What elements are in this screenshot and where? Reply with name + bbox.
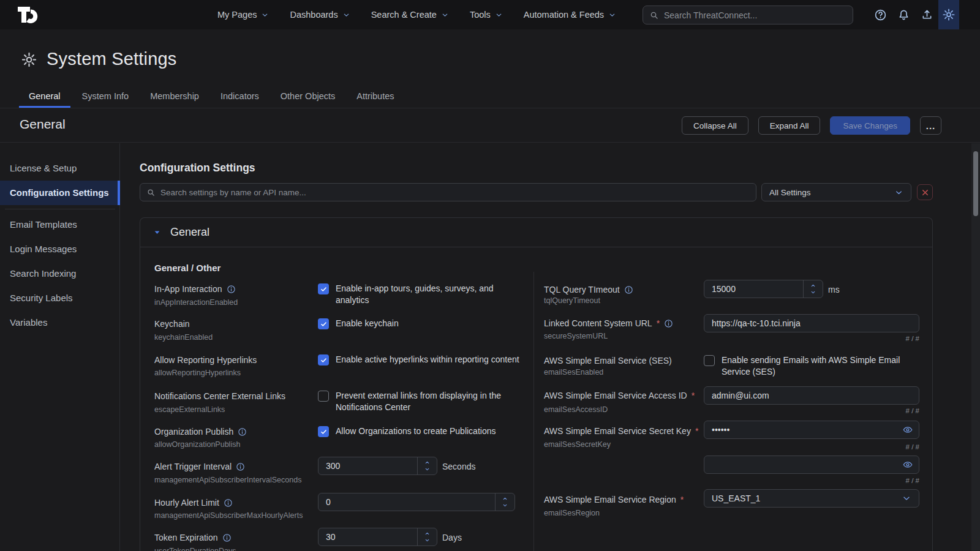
number-input[interactable] (318, 493, 495, 511)
setting-label: AWS Simple Email Service Access ID (544, 391, 695, 400)
scrollbar-thumb[interactable] (973, 151, 978, 216)
setting-label: Organization Publish (154, 427, 247, 437)
nav-menus: My Pages Dashboards Search & Create Tool… (217, 0, 616, 29)
share-upload-icon[interactable] (915, 0, 938, 29)
settings-filter-select[interactable]: All Settings (761, 183, 911, 201)
nav-icon-group (869, 0, 959, 29)
page-title: System Settings (47, 49, 177, 69)
search-icon (146, 188, 156, 197)
collapse-all-button[interactable]: Collapse All (682, 116, 748, 135)
save-changes-button[interactable]: Save Changes (830, 116, 910, 135)
sidebar-item-login-messages[interactable]: Login Messages (0, 237, 120, 261)
char-count: # / # (704, 443, 919, 451)
number-input[interactable] (704, 280, 803, 298)
setting-label: AWS Simple Email Service Region (544, 495, 684, 504)
chevron-down-icon (342, 11, 350, 19)
sidebar-item-license-setup[interactable]: License & Setup (0, 156, 120, 181)
section-title: General (20, 117, 66, 132)
required-asterisk (657, 318, 660, 328)
stepper-down-icon (423, 466, 431, 473)
stepper-down-icon (809, 289, 817, 296)
global-search-input[interactable] (664, 10, 846, 20)
threatconnect-logo[interactable] (17, 6, 40, 26)
accordion-header[interactable]: General (140, 218, 932, 247)
eye-icon[interactable] (902, 424, 913, 435)
more-options-button[interactable]: ... (920, 116, 941, 135)
setting-api-name: managementApiSubscriberIntervalSeconds (154, 476, 301, 484)
stepper-up-icon (809, 282, 817, 289)
secret-key-confirm-input[interactable] (704, 456, 902, 473)
eye-icon[interactable] (902, 459, 913, 470)
checkbox-row: Allow Organizations to create Publicatio… (318, 425, 519, 437)
tab-other-objects[interactable]: Other Objects (271, 86, 345, 108)
checkbox-row: Prevent external links from displaying i… (318, 390, 507, 413)
column-divider (533, 272, 534, 551)
expand-all-button[interactable]: Expand All (758, 116, 821, 135)
info-icon[interactable] (236, 462, 245, 471)
access-id-input[interactable] (704, 387, 919, 404)
secret-key-input[interactable] (704, 421, 902, 438)
notifications-bell-icon[interactable] (892, 0, 915, 29)
tab-general[interactable]: General (19, 86, 70, 108)
accordion-title: General (170, 226, 209, 239)
number-input[interactable] (318, 528, 417, 545)
tab-indicators[interactable]: Indicators (211, 86, 269, 108)
scrollbar-track[interactable] (971, 143, 980, 551)
checkbox-checked[interactable] (318, 426, 329, 437)
nav-menu-my-pages[interactable]: My Pages (217, 10, 269, 20)
checkbox-checked[interactable] (318, 283, 329, 294)
stepper[interactable] (417, 457, 437, 474)
nav-menu-dashboards[interactable]: Dashboards (290, 10, 350, 20)
tab-membership[interactable]: Membership (140, 86, 209, 108)
info-icon[interactable] (227, 285, 236, 294)
sidebar-item-configuration-settings[interactable]: Configuration Settings (0, 181, 120, 205)
sidebar-item-variables[interactable]: Variables (0, 310, 120, 335)
caret-down-icon (152, 227, 162, 238)
setting-label: Hourly Alert Limit (154, 498, 233, 508)
checkbox-label: Enable active hyperlinks within reportin… (336, 354, 532, 365)
stepper[interactable] (803, 280, 823, 298)
content-title: Configuration Settings (140, 162, 255, 174)
sidebar-item-security-labels[interactable]: Security Labels (0, 286, 120, 310)
tab-system-info[interactable]: System Info (72, 86, 139, 108)
clear-filter-button[interactable] (917, 184, 933, 200)
settings-gear-icon[interactable] (938, 0, 959, 29)
info-icon[interactable] (222, 533, 232, 542)
info-icon[interactable] (664, 319, 673, 328)
sidebar-item-search-indexing[interactable]: Search Indexing (0, 261, 120, 286)
url-input[interactable] (704, 315, 919, 332)
help-icon[interactable] (869, 0, 892, 29)
stepper-up-icon (423, 459, 431, 466)
password-field (704, 421, 919, 439)
settings-search-input[interactable] (160, 188, 750, 197)
checkbox-row: Enable sending Emails with AWS Simple Em… (704, 354, 930, 378)
number-field (704, 280, 823, 298)
setting-label: Notifications Center External Links (154, 391, 285, 401)
sidebar-divider (5, 209, 115, 209)
settings-sidebar: License & Setup Configuration Settings E… (0, 143, 120, 551)
region-select[interactable]: US_EAST_1 (704, 489, 919, 508)
setting-label: Linked Content System URL (544, 318, 673, 328)
sidebar-item-email-templates[interactable]: Email Templates (0, 212, 120, 237)
nav-menu-label: Automation & Feeds (524, 10, 604, 20)
checkbox-checked[interactable] (318, 318, 329, 329)
stepper-up-icon (423, 530, 431, 537)
nav-menu-automation-feeds[interactable]: Automation & Feeds (524, 10, 616, 20)
region-select-value: US_EAST_1 (712, 493, 760, 503)
required-asterisk (680, 495, 684, 504)
stepper[interactable] (417, 528, 437, 545)
tab-attributes[interactable]: Attributes (347, 86, 404, 108)
checkbox-unchecked[interactable] (704, 355, 715, 366)
unit-label: Seconds (442, 462, 475, 471)
chevron-down-icon (441, 11, 449, 19)
check-icon (320, 285, 328, 293)
info-icon[interactable] (238, 427, 247, 437)
nav-menu-search-create[interactable]: Search & Create (371, 10, 449, 20)
info-icon[interactable] (224, 498, 233, 508)
number-input[interactable] (318, 457, 417, 474)
checkbox-checked[interactable] (318, 354, 329, 365)
checkbox-unchecked[interactable] (318, 391, 329, 402)
stepper[interactable] (495, 493, 514, 511)
info-icon[interactable] (624, 285, 633, 294)
nav-menu-tools[interactable]: Tools (470, 10, 503, 20)
